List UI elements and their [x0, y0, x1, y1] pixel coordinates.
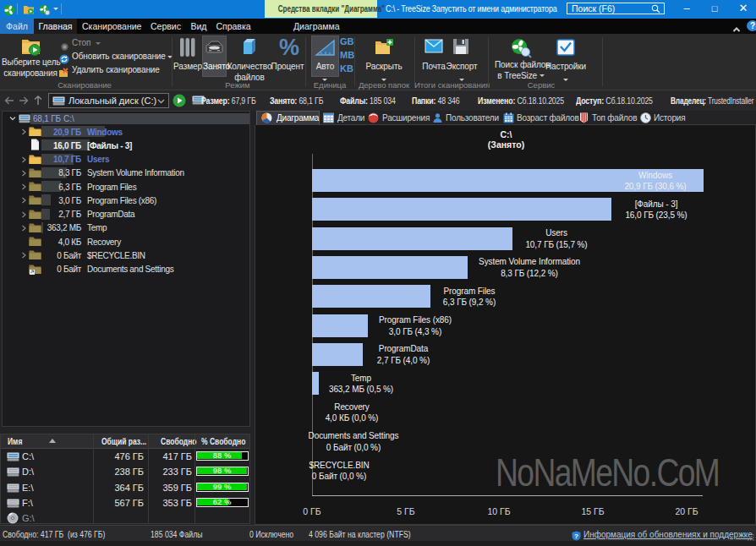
svg-text:?: ? [574, 532, 578, 540]
